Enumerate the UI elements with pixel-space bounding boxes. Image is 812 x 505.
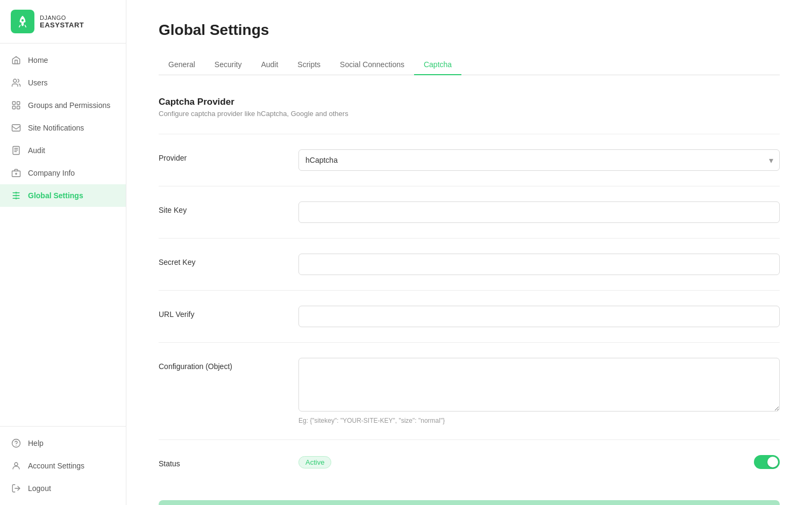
provider-select[interactable]: hCaptcha reCaptcha None [298,149,780,171]
tab-audit[interactable]: Audit [251,55,288,75]
section-title: Captcha Provider [159,97,780,107]
sidebar-item-logout[interactable]: Logout [0,477,126,500]
toggle-thumb [767,457,778,467]
svg-rect-6 [12,125,20,131]
page-title: Global Settings [159,21,780,39]
status-control: Active [298,455,780,469]
sidebar-item-home[interactable]: Home [0,49,126,71]
secret-key-row: Secret Key [159,239,780,291]
svg-point-22 [15,463,18,466]
sidebar-item-global-settings[interactable]: Global Settings [0,184,126,207]
section-header: Captcha Provider Configure captcha provi… [159,97,780,118]
status-badge: Active [298,456,331,468]
sidebar-bottom: Help Account Settings Logout [0,426,126,505]
svg-rect-3 [17,102,20,104]
create-button[interactable]: Create [159,500,780,505]
account-settings-label: Account Settings [28,461,84,470]
svg-rect-4 [12,106,15,109]
tab-general[interactable]: General [159,55,205,75]
brand-top: DJANGO [40,15,84,21]
logo-icon [11,10,34,33]
url-verify-label: URL Verify [159,306,298,319]
company-icon [11,168,22,178]
users-label: Users [28,78,48,87]
svg-rect-5 [17,106,20,109]
logo-text: DJANGO EASYSTART [40,15,84,29]
notifications-label: Site Notifications [28,124,84,132]
tab-captcha[interactable]: Captcha [414,55,461,75]
groups-label: Groups and Permissions [28,101,110,110]
sidebar-item-account[interactable]: Account Settings [0,454,126,477]
sidebar-item-help[interactable]: Help [0,432,126,454]
account-icon [11,460,22,471]
secret-key-control [298,254,780,275]
config-textarea[interactable] [298,358,780,412]
site-key-input[interactable] [298,201,780,223]
status-row: Status Active [159,440,780,484]
config-control: Eg: {"sitekey": "YOUR-SITE-KEY", "size":… [298,358,780,424]
svg-point-0 [22,19,24,21]
secret-key-input[interactable] [298,254,780,275]
help-label: Help [28,439,44,448]
sidebar-item-audit[interactable]: Audit [0,139,126,162]
svg-point-20 [12,439,20,448]
home-icon [11,55,22,66]
sidebar: DJANGO EASYSTART Home [0,0,126,505]
rocket-icon [16,15,30,28]
groups-icon [11,100,22,111]
notifications-icon [11,122,22,133]
provider-row: Provider hCaptcha reCaptcha None ▾ [159,134,780,186]
config-label: Configuration (Object) [159,358,298,371]
section-desc: Configure captcha provider like hCaptcha… [159,110,780,118]
tabs-bar: General Security Audit Scripts Social Co… [159,55,780,75]
config-hint: Eg: {"sitekey": "YOUR-SITE-KEY", "size":… [298,417,780,424]
audit-label: Audit [28,146,45,155]
main-content: Global Settings General Security Audit S… [126,0,812,505]
url-verify-input[interactable] [298,306,780,327]
users-icon [11,77,22,88]
svg-point-1 [13,79,17,82]
home-label: Home [28,56,48,64]
tab-security[interactable]: Security [205,55,252,75]
sidebar-item-users[interactable]: Users [0,71,126,94]
help-icon [11,438,22,449]
tab-scripts[interactable]: Scripts [288,55,330,75]
svg-rect-7 [13,147,19,155]
provider-select-wrap: hCaptcha reCaptcha None ▾ [298,149,780,171]
main-nav: Home Users [0,44,126,426]
provider-label: Provider [159,149,298,162]
sidebar-item-groups[interactable]: Groups and Permissions [0,94,126,117]
provider-control: hCaptcha reCaptcha None ▾ [298,149,780,171]
global-settings-label: Global Settings [28,191,83,200]
audit-icon [11,145,22,156]
toggle-wrap [754,455,780,469]
logout-label: Logout [28,484,51,493]
config-row: Configuration (Object) Eg: {"sitekey": "… [159,343,780,440]
site-key-label: Site Key [159,201,298,214]
logo-area: DJANGO EASYSTART [0,0,126,44]
status-label: Status [159,455,298,468]
tab-social-connections[interactable]: Social Connections [330,55,414,75]
company-label: Company Info [28,169,75,177]
status-row-inner: Active [298,455,780,469]
site-key-control [298,201,780,223]
secret-key-label: Secret Key [159,254,298,266]
sidebar-item-notifications[interactable]: Site Notifications [0,117,126,139]
site-key-row: Site Key [159,186,780,239]
status-toggle[interactable] [754,455,780,469]
settings-icon [11,190,22,201]
url-verify-control [298,306,780,327]
brand-bottom: EASYSTART [40,21,84,29]
sidebar-item-company[interactable]: Company Info [0,162,126,184]
url-verify-row: URL Verify [159,291,780,343]
logout-icon [11,483,22,494]
svg-rect-2 [12,102,15,104]
